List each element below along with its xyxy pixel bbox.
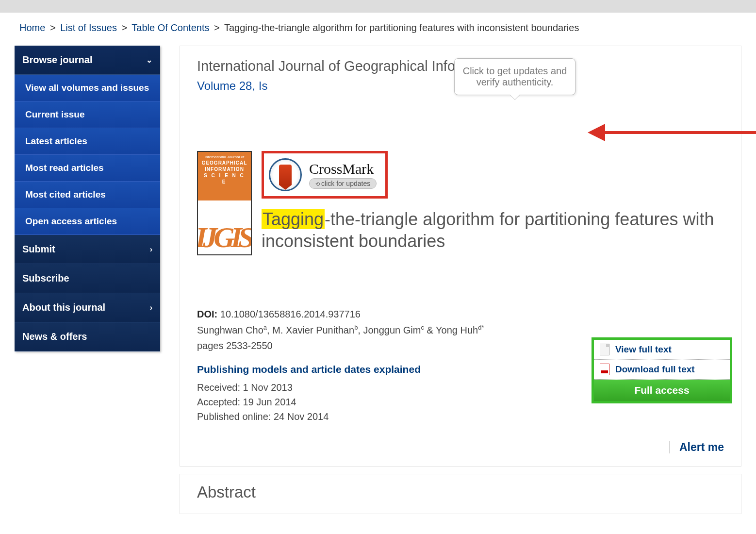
download-full-text-row[interactable]: Download full text [594, 360, 730, 380]
authors: Sunghwan Choa, M. Xavier Punithanb, Jong… [197, 323, 498, 337]
sidebar-subscribe[interactable]: Subscribe [15, 264, 160, 293]
sidebar-news-offers[interactable]: News & offers [15, 322, 160, 351]
full-access-badge: Full access [594, 380, 730, 401]
chevron-right-icon: › [150, 303, 152, 312]
view-full-text-row[interactable]: View full text [594, 340, 730, 360]
highlighted-term: Tagging [262, 209, 325, 229]
breadcrumb-home[interactable]: Home [19, 22, 45, 33]
volume-link[interactable]: Volume 28, Is [197, 79, 267, 92]
top-ad-bar [0, 0, 756, 13]
journal-cover[interactable]: International Journal of GEOGRAPHICAL IN… [197, 151, 252, 255]
sidebar-item-most-cited[interactable]: Most cited articles [15, 182, 160, 208]
sidebar-item-current-issue[interactable]: Current issue [15, 101, 160, 128]
article-title: Tagging-the-triangle algorithm for parti… [262, 208, 724, 252]
sidebar-item-most-read[interactable]: Most read articles [15, 155, 160, 182]
doi: DOI: 10.1080/13658816.2014.937716 [197, 309, 724, 320]
chevron-down-icon: ⌄ [146, 55, 152, 65]
crossmark-highlight-box: CrossMark ⟲ click for updates [262, 151, 388, 199]
chevron-right-icon: › [150, 245, 152, 254]
annotation-arrow [588, 125, 756, 140]
breadcrumb-current: Tagging-the-triangle algorithm for parti… [224, 22, 579, 33]
breadcrumb-list-of-issues[interactable]: List of Issues [60, 22, 117, 33]
sidebar-about[interactable]: About this journal › [15, 293, 160, 322]
ribbon-icon [279, 165, 292, 185]
main-content: International Journal of Geographical In… [180, 46, 741, 514]
crossmark-badge-icon[interactable] [269, 158, 302, 191]
access-box: View full text Download full text Full a… [592, 337, 732, 403]
breadcrumb: Home > List of Issues > Table Of Content… [15, 13, 741, 46]
crossmark-tooltip: Click to get updates and verify authenti… [454, 58, 575, 95]
sidebar-item-open-access[interactable]: Open access articles [15, 208, 160, 235]
breadcrumb-toc[interactable]: Table Of Contents [131, 22, 209, 33]
article-card: International Journal of Geographical In… [180, 46, 741, 467]
document-icon [600, 344, 609, 355]
pdf-icon [600, 364, 609, 375]
alert-me-link[interactable]: Alert me [669, 441, 724, 453]
sidebar: Browse journal ⌄ View all volumes and is… [15, 46, 160, 351]
download-full-text-link[interactable]: Download full text [615, 364, 695, 375]
crossmark-button[interactable]: CrossMark ⟲ click for updates [309, 161, 377, 189]
sidebar-item-latest-articles[interactable]: Latest articles [15, 128, 160, 155]
sidebar-browse-journal[interactable]: Browse journal ⌄ [15, 46, 160, 75]
view-full-text-link[interactable]: View full text [615, 344, 672, 355]
sidebar-item-volumes[interactable]: View all volumes and issues [15, 75, 160, 101]
abstract-heading: Abstract [180, 474, 741, 514]
sidebar-submit[interactable]: Submit › [15, 235, 160, 264]
